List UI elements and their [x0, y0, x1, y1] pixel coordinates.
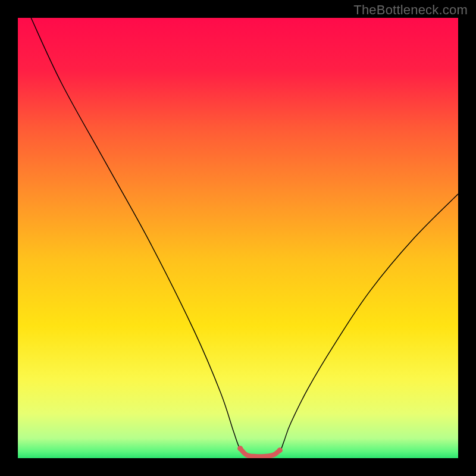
watermark-text: TheBottleneck.com	[353, 2, 468, 18]
gradient-background	[18, 18, 458, 458]
chart-svg	[18, 18, 458, 458]
marker-endpoint	[277, 447, 283, 453]
chart-frame: TheBottleneck.com	[0, 0, 476, 476]
plot-area	[18, 18, 458, 458]
marker-endpoint	[237, 446, 243, 451]
